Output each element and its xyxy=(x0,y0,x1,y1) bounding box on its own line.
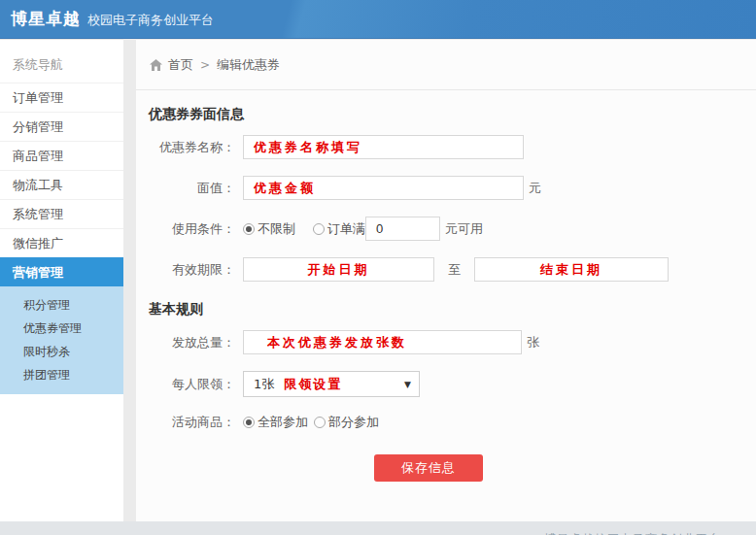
per-person-limit-select[interactable]: 1张 限领设置 ▼ xyxy=(243,371,420,397)
radio-all-products-label[interactable]: 全部参加 xyxy=(258,414,308,431)
breadcrumb: 首页 > 编辑优惠券 xyxy=(136,40,756,90)
submenu-item-points[interactable]: 积分管理 xyxy=(0,293,123,317)
top-bar: 博星卓越 校园电子商务创业平台 xyxy=(0,0,756,39)
radio-all-products[interactable]: 全部参加 xyxy=(243,414,308,431)
sidebar-title: 系统导航 xyxy=(0,40,123,83)
submenu-item-flash-sale[interactable]: 限时秒杀 xyxy=(0,340,123,363)
total-issue-unit: 张 xyxy=(527,334,539,351)
radio-partial-products[interactable]: 部分参加 xyxy=(314,414,379,431)
per-person-limit-row: 每人限领： 1张 限领设置 ▼ xyxy=(136,371,756,397)
sidebar-item-system[interactable]: 系统管理 xyxy=(0,199,123,228)
submenu-item-coupons[interactable]: 优惠券管理 xyxy=(0,317,123,340)
per-person-limit-annotation: 限领设置 xyxy=(284,376,342,393)
sidebar: 系统导航 订单管理 分销管理 商品管理 物流工具 系统管理 微信推广 营销管理 … xyxy=(0,39,123,521)
radio-all-products-circle[interactable] xyxy=(243,417,255,428)
activity-products-label: 活动商品： xyxy=(136,414,243,431)
face-value-unit: 元 xyxy=(529,180,541,197)
sidebar-item-marketing[interactable]: 营销管理 xyxy=(0,257,123,286)
chevron-down-icon: ▼ xyxy=(404,380,411,389)
total-issue-row: 发放总量： 张 xyxy=(136,330,756,354)
sidebar-item-wechat[interactable]: 微信推广 xyxy=(0,228,123,257)
sidebar-item-goods[interactable]: 商品管理 xyxy=(0,141,123,170)
per-person-limit-label: 每人限领： xyxy=(136,376,243,393)
section-title-coupon-face: 优惠券券面信息 xyxy=(149,106,756,123)
use-condition-label: 使用条件： xyxy=(136,220,243,238)
validity-row: 有效期限： 至 xyxy=(136,257,756,282)
main-panel: 首页 > 编辑优惠券 优惠券券面信息 优惠券名称： 面值： 元 使用条件： 不限… xyxy=(136,39,756,521)
section-title-basic-rules: 基本规则 xyxy=(149,301,756,318)
breadcrumb-home-link[interactable]: 首页 xyxy=(168,56,193,74)
total-issue-label: 发放总量： xyxy=(136,334,243,351)
order-amount-input[interactable] xyxy=(365,217,440,241)
radio-no-limit-label[interactable]: 不限制 xyxy=(258,220,295,238)
radio-order-over[interactable]: 订单满 xyxy=(313,220,365,238)
breadcrumb-current: 编辑优惠券 xyxy=(217,56,280,74)
save-button[interactable]: 保存信息 xyxy=(374,454,483,482)
radio-no-limit[interactable]: 不限制 xyxy=(243,220,295,238)
radio-partial-products-circle[interactable] xyxy=(314,417,326,428)
face-value-input[interactable] xyxy=(243,176,524,200)
per-person-limit-value: 1张 xyxy=(254,376,274,393)
sidebar-item-logistics[interactable]: 物流工具 xyxy=(0,170,123,199)
coupon-name-row: 优惠券名称： xyxy=(136,135,756,159)
face-value-row: 面值： 元 xyxy=(136,176,756,200)
coupon-name-label: 优惠券名称： xyxy=(136,139,243,156)
sidebar-item-distribution[interactable]: 分销管理 xyxy=(0,112,123,141)
coupon-edit-form: 优惠券券面信息 优惠券名称： 面值： 元 使用条件： 不限制 订单满 元可用 xyxy=(136,90,756,482)
sidebar-submenu-marketing: 积分管理 优惠券管理 限时秒杀 拼团管理 xyxy=(0,286,123,394)
validity-to-text: 至 xyxy=(448,261,461,279)
validity-label: 有效期限： xyxy=(136,261,243,279)
start-date-input[interactable] xyxy=(243,257,434,282)
brand-logo: 博星卓越 xyxy=(11,8,81,30)
order-amount-unit: 元可用 xyxy=(445,220,483,238)
radio-order-over-label[interactable]: 订单满 xyxy=(327,220,365,238)
home-icon xyxy=(150,59,162,71)
face-value-label: 面值： xyxy=(136,180,243,197)
submenu-item-group-buy[interactable]: 拼团管理 xyxy=(0,363,123,386)
radio-partial-products-label[interactable]: 部分参加 xyxy=(328,414,379,431)
total-issue-input[interactable] xyxy=(243,330,522,354)
footer-clipped-text: 博星卓越校园电子商务创业平台 xyxy=(0,531,756,535)
use-condition-row: 使用条件： 不限制 订单满 元可用 xyxy=(136,217,756,241)
radio-no-limit-circle[interactable] xyxy=(243,223,255,235)
coupon-name-input[interactable] xyxy=(243,135,524,159)
page-footer: 博星卓越校园电子商务创业平台 xyxy=(0,521,756,535)
radio-order-over-circle[interactable] xyxy=(313,223,325,235)
sidebar-item-orders[interactable]: 订单管理 xyxy=(0,83,123,112)
breadcrumb-separator: > xyxy=(200,58,210,72)
activity-products-row: 活动商品： 全部参加 部分参加 xyxy=(136,414,756,431)
end-date-input[interactable] xyxy=(474,257,669,282)
brand-subtitle: 校园电子商务创业平台 xyxy=(87,9,214,29)
